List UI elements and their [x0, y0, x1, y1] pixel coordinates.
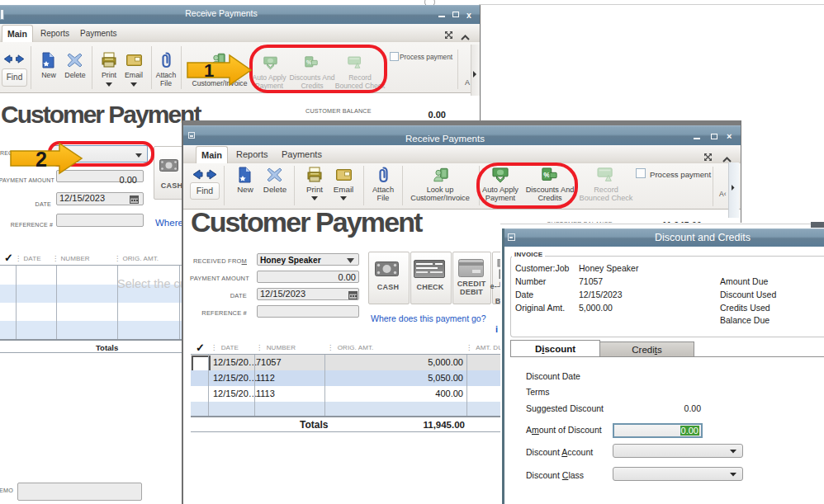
svg-text:2: 2 [36, 148, 47, 171]
svg-text:1: 1 [204, 60, 214, 81]
